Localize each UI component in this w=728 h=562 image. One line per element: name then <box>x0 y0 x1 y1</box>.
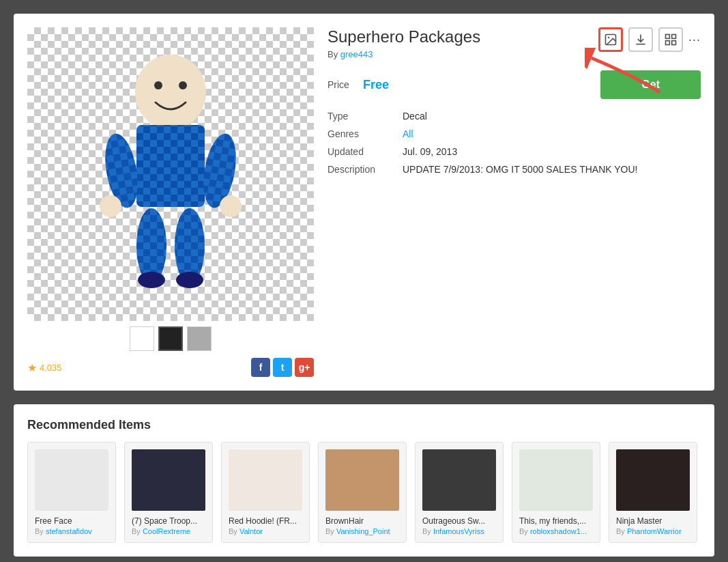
price-row: Price Free Get <box>327 70 701 99</box>
rec-author-link[interactable]: stefanstafidov <box>46 527 92 535</box>
rec-item-name: Red Hoodie! (FR... <box>229 516 302 526</box>
googleplus-button[interactable]: g+ <box>295 358 314 377</box>
genres-link[interactable]: All <box>403 128 413 139</box>
grid-icon <box>664 33 678 46</box>
rec-item-author: By robloxshadow1... <box>519 527 593 535</box>
svg-rect-4 <box>136 125 205 207</box>
rec-item-name: (7) Space Troop... <box>132 516 205 526</box>
recommended-item[interactable]: Red Hoodie! (FR...By Valntor <box>221 442 310 543</box>
svg-point-1 <box>154 81 162 89</box>
rec-item-author: By stefanstafidov <box>35 527 108 535</box>
type-value: Decal <box>403 111 427 122</box>
rec-author-link[interactable]: robloxshadow1... <box>530 527 587 535</box>
rec-item-author: By Valntor <box>229 527 302 535</box>
svg-point-20 <box>608 37 610 39</box>
updated-value: Jul. 09, 2013 <box>403 146 457 157</box>
social-icons: f t g+ <box>251 358 314 377</box>
image-icon <box>604 33 617 46</box>
grid-view-button[interactable] <box>658 27 683 52</box>
recommended-section: Recommended Items Free FaceBy stefanstaf… <box>14 404 714 557</box>
rec-item-name: This, my friends,... <box>519 516 593 526</box>
rec-item-name: Free Face <box>35 516 108 526</box>
svg-rect-22 <box>672 35 676 39</box>
thumbnail-black[interactable] <box>158 326 183 351</box>
rec-item-image <box>325 449 399 511</box>
svg-point-13 <box>100 195 121 217</box>
svg-point-2 <box>179 81 187 89</box>
product-image-container: ★ 4,035 f t g+ <box>27 27 314 377</box>
rec-item-name: BrownHair <box>325 516 399 526</box>
recommended-item[interactable]: This, my friends,...By robloxshadow1... <box>512 442 600 543</box>
image-view-button[interactable] <box>598 27 623 52</box>
download-button[interactable] <box>628 27 653 52</box>
get-button[interactable]: Get <box>600 70 701 99</box>
rating-count: 4,035 <box>40 363 62 373</box>
star-rating: ★ 4,035 <box>27 361 62 374</box>
rec-item-author: By CoolRextreme <box>132 527 205 535</box>
character-preview <box>75 44 266 304</box>
rec-item-name: Ninja Master <box>616 516 690 526</box>
rec-author-link[interactable]: Vanishing_Point <box>336 527 390 535</box>
recommended-item[interactable]: Free FaceBy stefanstafidov <box>27 442 116 543</box>
rec-item-name: Outrageous Sw... <box>422 516 496 526</box>
info-table: Type Decal Genres All Updated Jul. 09, 2… <box>327 107 701 178</box>
recommended-title: Recommended Items <box>27 418 701 432</box>
author-link[interactable]: gree443 <box>340 49 373 59</box>
description-value: UPDATE 7/9/2013: OMG IT 5000 SALES THANK… <box>403 164 637 175</box>
twitter-button[interactable]: t <box>273 358 292 377</box>
price-label: Price <box>327 79 349 90</box>
rec-item-image <box>229 449 302 511</box>
thumbnail-gray[interactable] <box>187 326 212 351</box>
svg-rect-23 <box>665 41 669 45</box>
genres-row: Genres All <box>327 125 701 143</box>
recommended-item[interactable]: BrownHairBy Vanishing_Point <box>318 442 407 543</box>
price-value: Free <box>363 78 600 92</box>
more-options-button[interactable]: ··· <box>688 33 701 47</box>
rec-item-image <box>132 449 205 511</box>
svg-point-15 <box>138 272 165 288</box>
toolbar: ··· <box>598 27 701 52</box>
rec-item-image <box>35 449 108 511</box>
rec-author-link[interactable]: Valntor <box>239 527 263 535</box>
rec-item-image <box>422 449 496 511</box>
rec-author-link[interactable]: InfamousVyriss <box>433 527 484 535</box>
rec-author-link[interactable]: PhantomWarrior <box>627 527 682 535</box>
rec-item-author: By PhantomWarrior <box>616 527 690 535</box>
thumbnail-row <box>27 326 314 351</box>
rec-item-image <box>519 449 593 511</box>
updated-label: Updated <box>327 146 403 157</box>
rating-row: ★ 4,035 f t g+ <box>27 358 314 377</box>
recommended-item[interactable]: Outrageous Sw...By InfamousVyriss <box>415 442 504 543</box>
product-info-panel: ··· Superhero Packages By gree443 <box>327 27 701 377</box>
description-row: Description UPDATE 7/9/2013: OMG IT 5000… <box>327 160 701 178</box>
updated-row: Updated Jul. 09, 2013 <box>327 143 701 160</box>
genres-label: Genres <box>327 128 403 139</box>
rec-item-author: By InfamousVyriss <box>422 527 496 535</box>
recommended-grid: Free FaceBy stefanstafidov(7) Space Troo… <box>27 442 701 543</box>
genres-value: All <box>403 128 413 139</box>
star-icon: ★ <box>27 361 37 374</box>
svg-point-14 <box>220 195 242 217</box>
description-label: Description <box>327 164 403 175</box>
rec-item-author: By Vanishing_Point <box>325 527 399 535</box>
thumbnail-white[interactable] <box>130 326 154 351</box>
svg-point-16 <box>176 272 203 288</box>
product-image <box>27 27 314 321</box>
rec-item-image <box>616 449 690 511</box>
type-label: Type <box>327 111 403 122</box>
svg-rect-24 <box>672 41 676 45</box>
svg-point-0 <box>135 55 206 130</box>
download-icon <box>634 33 647 46</box>
type-row: Type Decal <box>327 107 701 125</box>
svg-rect-21 <box>665 35 669 39</box>
rec-author-link[interactable]: CoolRextreme <box>143 527 190 535</box>
recommended-item[interactable]: (7) Space Troop...By CoolRextreme <box>124 442 213 543</box>
recommended-item[interactable]: Ninja MasterBy PhantomWarrior <box>609 442 697 543</box>
facebook-button[interactable]: f <box>251 358 270 377</box>
